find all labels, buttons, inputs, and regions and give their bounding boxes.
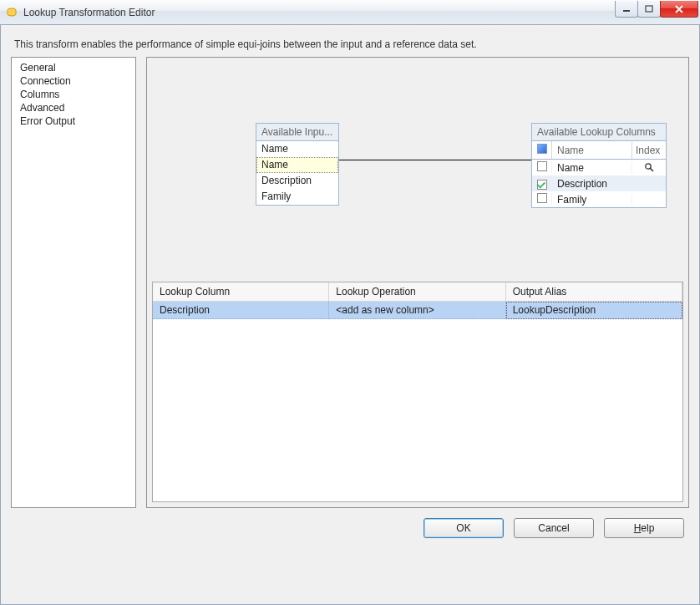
lookup-description-label: Description: [552, 178, 632, 190]
input-col-description[interactable]: Description: [256, 173, 338, 189]
input-columns-title: Available Inpu...: [256, 124, 338, 141]
lookup-header-index[interactable]: Index: [632, 142, 666, 159]
lookup-family-label: Family: [552, 194, 632, 206]
grid-header-lookup-column[interactable]: Lookup Column: [153, 282, 329, 302]
grid-cell-output-alias[interactable]: LookupDescription: [506, 302, 682, 319]
svg-point-3: [645, 164, 650, 169]
help-button[interactable]: Help: [604, 518, 684, 538]
nav-item-columns[interactable]: Columns: [12, 88, 135, 101]
svg-line-4: [650, 169, 653, 172]
grid-cell-lookup-column[interactable]: Description: [153, 302, 329, 319]
mapping-area: Available Inpu... Name Name Description …: [147, 58, 688, 282]
available-input-columns-box[interactable]: Available Inpu... Name Name Description …: [256, 123, 339, 206]
grid-header-output-alias[interactable]: Output Alias: [506, 282, 682, 302]
output-grid: Lookup Column Lookup Operation Output Al…: [152, 282, 683, 502]
magnifier-icon[interactable]: [644, 162, 655, 173]
select-all-checkbox[interactable]: [537, 144, 547, 154]
lookup-name-label: Name: [552, 162, 632, 174]
lookup-name-checkbox[interactable]: [537, 161, 547, 171]
lookup-row-description[interactable]: Description: [532, 175, 666, 191]
lookup-columns-title: Available Lookup Columns: [532, 124, 666, 141]
svg-rect-2: [646, 6, 652, 12]
input-col-name-1[interactable]: Name: [256, 157, 338, 173]
minimize-button[interactable]: [615, 1, 638, 18]
dialog-button-row: OK Cancel Help: [1, 508, 699, 552]
mapping-connector-line[interactable]: [339, 160, 531, 160]
grid-empty-area: [153, 319, 682, 501]
lookup-columns-header-row: Name Index: [532, 141, 666, 160]
lookup-description-checkbox[interactable]: [537, 180, 547, 190]
nav-item-error-output[interactable]: Error Output: [12, 114, 135, 128]
available-lookup-columns-box[interactable]: Available Lookup Columns Name Index Name: [531, 123, 667, 208]
grid-cell-lookup-operation[interactable]: <add as new column>: [329, 302, 505, 319]
input-col-family[interactable]: Family: [256, 189, 338, 205]
lookup-family-checkbox[interactable]: [537, 193, 547, 203]
app-icon: [5, 6, 18, 19]
columns-panel: Available Inpu... Name Name Description …: [146, 57, 689, 508]
title-bar: Lookup Transformation Editor: [0, 0, 700, 25]
ok-button[interactable]: OK: [424, 518, 504, 538]
maximize-button[interactable]: [637, 1, 661, 18]
description-text: This transform enables the performance o…: [1, 25, 699, 57]
nav-item-advanced[interactable]: Advanced: [12, 101, 135, 114]
cancel-button[interactable]: Cancel: [514, 518, 594, 538]
window-title: Lookup Transformation Editor: [23, 7, 616, 18]
lookup-header-name[interactable]: Name: [552, 142, 632, 159]
grid-header-row: Lookup Column Lookup Operation Output Al…: [153, 282, 682, 302]
nav-item-connection[interactable]: Connection: [12, 74, 135, 88]
input-col-name-0[interactable]: Name: [256, 141, 338, 157]
lookup-row-name[interactable]: Name: [532, 160, 666, 175]
nav-panel: General Connection Columns Advanced Erro…: [11, 57, 136, 508]
lookup-row-family[interactable]: Family: [532, 191, 666, 207]
nav-item-general[interactable]: General: [12, 61, 135, 74]
close-button[interactable]: [660, 1, 698, 18]
svg-rect-1: [623, 10, 630, 12]
client-area: This transform enables the performance o…: [0, 25, 700, 605]
grid-data-row[interactable]: Description <add as new column> LookupDe…: [153, 302, 682, 319]
window-controls: [616, 0, 700, 24]
grid-header-lookup-operation[interactable]: Lookup Operation: [329, 282, 505, 302]
